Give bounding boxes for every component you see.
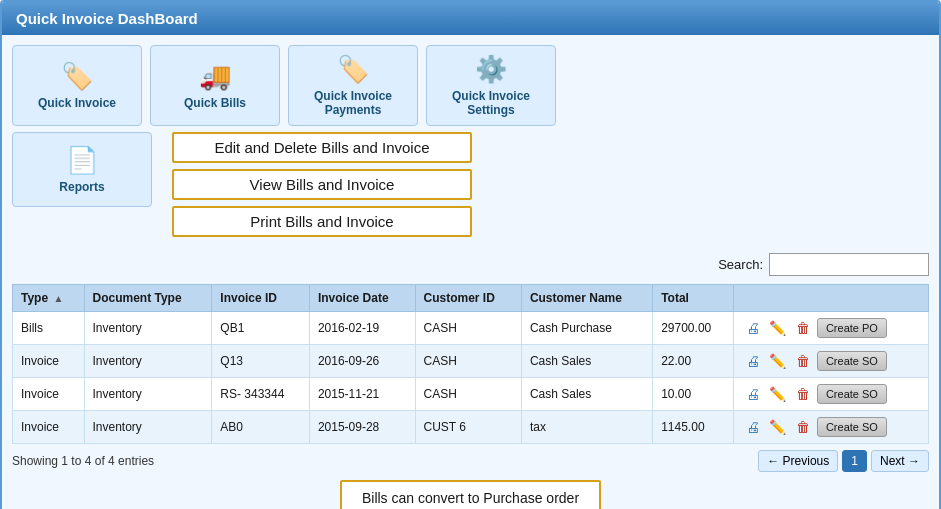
cell-customer-id: CUST 6 (415, 411, 521, 444)
cell-doc-type: Inventory (84, 411, 212, 444)
col-total: Total (653, 285, 734, 312)
cell-type: Invoice (13, 411, 85, 444)
print-icon[interactable]: 🖨 (742, 383, 764, 405)
edit-icon[interactable]: ✏️ (767, 416, 789, 438)
view-callout: View Bills and Invoice (172, 169, 472, 200)
table-row: Bills Inventory QB1 2016-02-19 CASH Cash… (13, 312, 929, 345)
edit-delete-callout: Edit and Delete Bills and Invoice (172, 132, 472, 163)
sort-icon[interactable]: ▲ (53, 293, 63, 304)
search-label: Search: (718, 257, 763, 272)
settings-icon: ⚙️ (475, 54, 507, 85)
invoice-icon: 🏷️ (61, 61, 93, 92)
delete-icon[interactable]: 🗑 (792, 416, 814, 438)
edit-icon[interactable]: ✏️ (767, 383, 789, 405)
table-row: Invoice Inventory Q13 2016-09-26 CASH Ca… (13, 345, 929, 378)
cell-actions: 🖨 ✏️ 🗑 Create PO (733, 312, 928, 345)
callout-area: Edit and Delete Bills and Invoice View B… (152, 132, 929, 237)
edit-icon[interactable]: ✏️ (767, 317, 789, 339)
quick-invoice-btn[interactable]: 🏷️ Quick Invoice (12, 45, 142, 126)
edit-icon[interactable]: ✏️ (767, 350, 789, 372)
cell-actions: 🖨 ✏️ 🗑 Create SO (733, 378, 928, 411)
search-bar: Search: (12, 249, 929, 280)
quick-bills-btn[interactable]: 🚚 Quick Bills (150, 45, 280, 126)
reports-icon: 📄 (66, 145, 98, 176)
bottom-callout-area: Bills can convert to Purchase order Invo… (2, 476, 939, 509)
bills-icon: 🚚 (199, 61, 231, 92)
bottom-callout-box: Bills can convert to Purchase order Invo… (340, 480, 601, 509)
cell-invoice-id: Q13 (212, 345, 310, 378)
table-header-row: Type ▲ Document Type Invoice ID Invoice … (13, 285, 929, 312)
dashboard-title: Quick Invoice DashBoard (2, 2, 939, 35)
top-nav: 🏷️ Quick Invoice 🚚 Quick Bills 🏷️ Quick … (2, 35, 939, 132)
col-actions (733, 285, 928, 312)
create-btn[interactable]: Create SO (817, 417, 887, 437)
print-icon[interactable]: 🖨 (742, 317, 764, 339)
col-invoice-id: Invoice ID (212, 285, 310, 312)
col-doc-type: Document Type (84, 285, 212, 312)
middle-section: 📄 Reports Edit and Delete Bills and Invo… (2, 132, 939, 243)
table-section: Search: Type ▲ Document Type Invoice ID … (2, 243, 939, 444)
reports-btn[interactable]: 📄 Reports (12, 132, 152, 207)
quick-invoice-settings-btn[interactable]: ⚙️ Quick Invoice Settings (426, 45, 556, 126)
cell-actions: 🖨 ✏️ 🗑 Create SO (733, 345, 928, 378)
cell-total: 29700.00 (653, 312, 734, 345)
prev-page-btn[interactable]: ← Previous (758, 450, 838, 472)
cell-customer-name: Cash Sales (521, 378, 652, 411)
cell-customer-name: Cash Sales (521, 345, 652, 378)
footer-row: Showing 1 to 4 of 4 entries ← Previous 1… (2, 444, 939, 476)
pagination: ← Previous 1 Next → (758, 450, 929, 472)
print-icon[interactable]: 🖨 (742, 416, 764, 438)
create-btn[interactable]: Create SO (817, 351, 887, 371)
cell-type: Bills (13, 312, 85, 345)
cell-actions: 🖨 ✏️ 🗑 Create SO (733, 411, 928, 444)
cell-customer-name: Cash Purchase (521, 312, 652, 345)
current-page: 1 (842, 450, 867, 472)
cell-doc-type: Inventory (84, 378, 212, 411)
delete-icon[interactable]: 🗑 (792, 350, 814, 372)
col-type: Type ▲ (13, 285, 85, 312)
reports-area: 📄 Reports (12, 132, 152, 237)
create-btn[interactable]: Create PO (817, 318, 887, 338)
cell-invoice-date: 2016-09-26 (309, 345, 415, 378)
cell-total: 22.00 (653, 345, 734, 378)
cell-invoice-id: QB1 (212, 312, 310, 345)
cell-doc-type: Inventory (84, 345, 212, 378)
col-customer-id: Customer ID (415, 285, 521, 312)
cell-total: 1145.00 (653, 411, 734, 444)
payments-icon: 🏷️ (337, 54, 369, 85)
create-btn[interactable]: Create SO (817, 384, 887, 404)
delete-icon[interactable]: 🗑 (792, 317, 814, 339)
cell-customer-id: CASH (415, 378, 521, 411)
table-row: Invoice Inventory AB0 2015-09-28 CUST 6 … (13, 411, 929, 444)
print-icon[interactable]: 🖨 (742, 350, 764, 372)
cell-invoice-date: 2015-11-21 (309, 378, 415, 411)
cell-invoice-date: 2015-09-28 (309, 411, 415, 444)
cell-type: Invoice (13, 345, 85, 378)
cell-invoice-date: 2016-02-19 (309, 312, 415, 345)
cell-type: Invoice (13, 378, 85, 411)
table-row: Invoice Inventory RS- 343344 2015-11-21 … (13, 378, 929, 411)
col-invoice-date: Invoice Date (309, 285, 415, 312)
cell-customer-id: CASH (415, 312, 521, 345)
cell-doc-type: Inventory (84, 312, 212, 345)
delete-icon[interactable]: 🗑 (792, 383, 814, 405)
search-input[interactable] (769, 253, 929, 276)
cell-total: 10.00 (653, 378, 734, 411)
cell-customer-id: CASH (415, 345, 521, 378)
next-page-btn[interactable]: Next → (871, 450, 929, 472)
cell-customer-name: tax (521, 411, 652, 444)
showing-text: Showing 1 to 4 of 4 entries (12, 454, 154, 468)
invoices-table: Type ▲ Document Type Invoice ID Invoice … (12, 284, 929, 444)
col-customer-name: Customer Name (521, 285, 652, 312)
cell-invoice-id: AB0 (212, 411, 310, 444)
print-callout: Print Bills and Invoice (172, 206, 472, 237)
cell-invoice-id: RS- 343344 (212, 378, 310, 411)
quick-invoice-payments-btn[interactable]: 🏷️ Quick Invoice Payments (288, 45, 418, 126)
